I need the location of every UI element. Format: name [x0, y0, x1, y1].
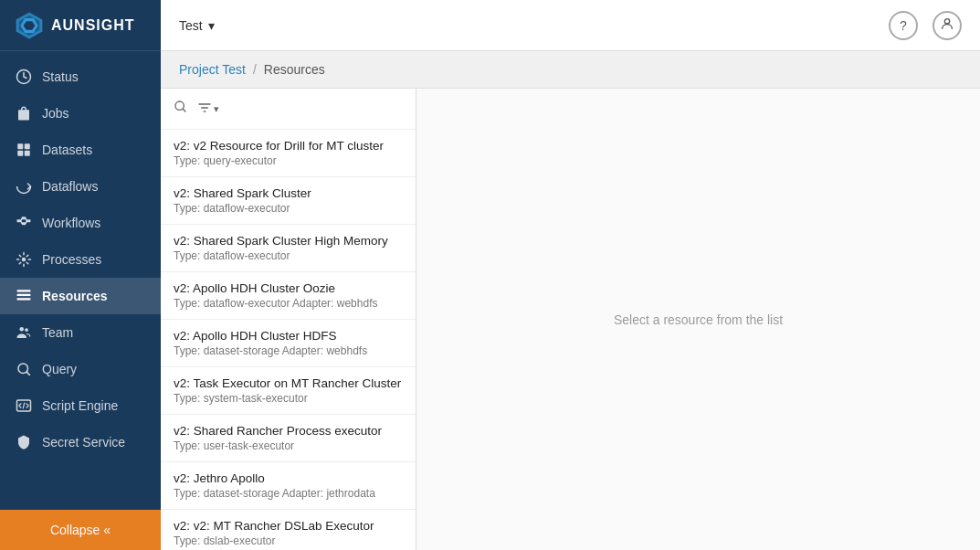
sidebar-item-label: Datasets	[42, 143, 92, 157]
svg-line-16	[26, 221, 26, 224]
resource-item[interactable]: v2: v2 Resource for Drill for MT cluster…	[161, 130, 416, 177]
collapse-button[interactable]: Collapse «	[0, 510, 161, 550]
collapse-label: Collapse «	[50, 523, 111, 537]
svg-rect-11	[22, 222, 26, 225]
sidebar-item-label: Workflows	[42, 216, 100, 230]
sidebar-item-label: Secret Service	[42, 435, 125, 450]
svg-point-17	[22, 258, 26, 262]
svg-rect-20	[17, 298, 31, 300]
resource-item[interactable]: v2: Shared Spark Cluster High Memory Typ…	[161, 225, 416, 272]
search-button[interactable]	[172, 98, 190, 120]
dropdown-arrow: ▾	[208, 18, 215, 33]
sidebar-item-jobs[interactable]: Jobs	[0, 95, 161, 132]
sidebar-item-label: Processes	[42, 252, 101, 267]
resource-name: v2: Apollo HDH Cluster HDFS	[174, 329, 403, 343]
svg-rect-8	[25, 151, 30, 156]
resource-meta: Type: query-executor	[174, 154, 403, 167]
main-content: Test ▾ ? Project Test / Resources	[161, 0, 980, 550]
resource-meta: Type: user-task-executor	[174, 439, 403, 452]
status-icon	[15, 68, 33, 86]
svg-point-25	[944, 19, 949, 24]
svg-rect-19	[17, 294, 31, 296]
search-icon	[174, 101, 188, 117]
project-name: Test	[179, 18, 203, 33]
sidebar-item-label: Team	[42, 325, 73, 340]
svg-point-21	[20, 327, 25, 332]
help-button[interactable]: ?	[889, 11, 918, 40]
sidebar-item-query[interactable]: Query	[0, 351, 161, 387]
resource-meta: Type: system-task-executor	[174, 392, 403, 405]
sort-icon	[197, 100, 212, 118]
svg-rect-10	[22, 217, 26, 219]
svg-rect-6	[25, 143, 30, 149]
search-bar: ▾	[161, 89, 416, 130]
sidebar-item-datasets[interactable]: Datasets	[0, 132, 161, 168]
breadcrumb-current: Resources	[264, 62, 325, 77]
resource-name: v2: v2 Resource for Drill for MT cluster	[174, 139, 403, 153]
datasets-icon	[15, 141, 33, 159]
svg-line-14	[21, 221, 22, 224]
jobs-icon	[15, 104, 33, 122]
workflows-icon	[15, 214, 33, 232]
svg-point-22	[25, 328, 28, 332]
resource-meta: Type: dataflow-executor Adapter: webhdfs	[174, 297, 403, 310]
team-icon	[15, 323, 33, 342]
user-profile-button[interactable]	[933, 11, 962, 40]
logo: AUNSIGHT	[0, 0, 161, 51]
sidebar-item-label: Status	[42, 69, 79, 84]
resource-item[interactable]: v2: Jethro Apollo Type: dataset-storage …	[161, 462, 416, 510]
secret-service-icon	[15, 433, 33, 451]
resource-name: v2: v2: MT Rancher DSLab Executor	[174, 519, 403, 533]
sort-button[interactable]: ▾	[197, 100, 219, 118]
sidebar-item-dataflows[interactable]: Dataflows	[0, 168, 161, 205]
resource-item[interactable]: v2: v2: MT Rancher DSLab Executor Type: …	[161, 510, 416, 550]
resource-item[interactable]: v2: Apollo HDH Cluster HDFS Type: datase…	[161, 320, 416, 367]
content-area: ▾ v2: v2 Resource for Drill for MT clust…	[161, 89, 980, 550]
user-icon	[940, 16, 954, 34]
app-name: AUNSIGHT	[51, 17, 135, 34]
sidebar-item-label: Jobs	[42, 106, 69, 121]
resource-list: v2: v2 Resource for Drill for MT cluster…	[161, 130, 416, 550]
resource-name: v2: Shared Spark Cluster	[174, 186, 403, 200]
resource-name: v2: Jethro Apollo	[174, 471, 403, 485]
query-icon	[15, 360, 33, 378]
resource-meta: Type: dataset-storage Adapter: jethrodat…	[174, 487, 403, 500]
sidebar-item-processes[interactable]: Processes	[0, 241, 161, 278]
sidebar-item-status[interactable]: Status	[0, 58, 161, 95]
resource-meta: Type: dslab-executor	[174, 534, 403, 547]
dataflows-icon	[15, 177, 33, 196]
sidebar-item-secret-service[interactable]: Secret Service	[0, 424, 161, 460]
resource-item[interactable]: v2: Shared Spark Cluster Type: dataflow-…	[161, 177, 416, 225]
script-engine-icon	[15, 397, 33, 415]
project-selector[interactable]: Test ▾	[179, 18, 215, 33]
svg-rect-12	[26, 219, 31, 222]
sidebar-item-label: Query	[42, 362, 77, 376]
resource-item[interactable]: v2: Shared Rancher Process executor Type…	[161, 415, 416, 462]
sidebar-item-label: Resources	[42, 289, 108, 303]
detail-panel: Select a resource from the list	[416, 89, 980, 550]
topbar-icons: ?	[889, 11, 962, 40]
breadcrumb: Project Test / Resources	[161, 51, 980, 89]
breadcrumb-project[interactable]: Project Test	[179, 62, 246, 77]
resource-name: v2: Apollo HDH Cluster Oozie	[174, 281, 403, 295]
resource-meta: Type: dataset-storage Adapter: webhdfs	[174, 344, 403, 357]
sidebar-item-workflows[interactable]: Workflows	[0, 205, 161, 241]
sidebar-item-team[interactable]: Team	[0, 314, 161, 351]
sidebar-nav: Status Jobs Datasets Dataflows	[0, 51, 161, 510]
resource-item[interactable]: v2: Task Executor on MT Rancher Cluster …	[161, 367, 416, 415]
sort-dropdown-arrow: ▾	[214, 103, 219, 115]
svg-rect-5	[17, 143, 23, 149]
sidebar: AUNSIGHT Status Jobs Datasets	[0, 0, 161, 550]
resource-meta: Type: dataflow-executor	[174, 249, 403, 262]
svg-line-13	[21, 218, 22, 221]
detail-placeholder: Select a resource from the list	[614, 312, 783, 327]
svg-rect-18	[17, 290, 31, 291]
topbar: Test ▾ ?	[161, 0, 980, 51]
help-icon: ?	[900, 18, 907, 33]
sidebar-item-script-engine[interactable]: Script Engine	[0, 387, 161, 424]
resource-name: v2: Shared Rancher Process executor	[174, 424, 403, 438]
resource-name: v2: Shared Spark Cluster High Memory	[174, 234, 403, 248]
processes-icon	[15, 250, 33, 269]
sidebar-item-resources[interactable]: Resources	[0, 278, 161, 314]
resource-item[interactable]: v2: Apollo HDH Cluster Oozie Type: dataf…	[161, 272, 416, 320]
